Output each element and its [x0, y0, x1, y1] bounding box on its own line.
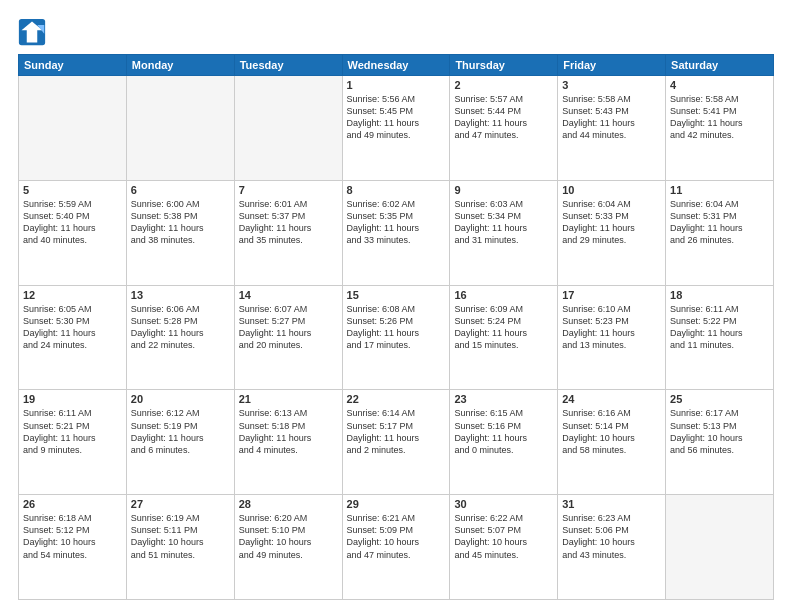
- calendar-cell: 20Sunrise: 6:12 AM Sunset: 5:19 PM Dayli…: [126, 390, 234, 495]
- day-info: Sunrise: 6:19 AM Sunset: 5:11 PM Dayligh…: [131, 512, 230, 561]
- day-info: Sunrise: 6:04 AM Sunset: 5:31 PM Dayligh…: [670, 198, 769, 247]
- day-info: Sunrise: 6:23 AM Sunset: 5:06 PM Dayligh…: [562, 512, 661, 561]
- calendar-cell: 5Sunrise: 5:59 AM Sunset: 5:40 PM Daylig…: [19, 180, 127, 285]
- col-header-thursday: Thursday: [450, 55, 558, 76]
- calendar-cell: 16Sunrise: 6:09 AM Sunset: 5:24 PM Dayli…: [450, 285, 558, 390]
- day-number: 21: [239, 393, 338, 405]
- calendar-cell: 19Sunrise: 6:11 AM Sunset: 5:21 PM Dayli…: [19, 390, 127, 495]
- day-number: 17: [562, 289, 661, 301]
- week-row-2: 5Sunrise: 5:59 AM Sunset: 5:40 PM Daylig…: [19, 180, 774, 285]
- day-number: 2: [454, 79, 553, 91]
- calendar-cell: [234, 76, 342, 181]
- week-row-3: 12Sunrise: 6:05 AM Sunset: 5:30 PM Dayli…: [19, 285, 774, 390]
- day-number: 28: [239, 498, 338, 510]
- day-number: 22: [347, 393, 446, 405]
- col-header-wednesday: Wednesday: [342, 55, 450, 76]
- calendar-cell: 17Sunrise: 6:10 AM Sunset: 5:23 PM Dayli…: [558, 285, 666, 390]
- calendar-cell: 14Sunrise: 6:07 AM Sunset: 5:27 PM Dayli…: [234, 285, 342, 390]
- calendar-cell: 13Sunrise: 6:06 AM Sunset: 5:28 PM Dayli…: [126, 285, 234, 390]
- calendar-header-row: SundayMondayTuesdayWednesdayThursdayFrid…: [19, 55, 774, 76]
- col-header-tuesday: Tuesday: [234, 55, 342, 76]
- day-info: Sunrise: 6:06 AM Sunset: 5:28 PM Dayligh…: [131, 303, 230, 352]
- calendar-cell: 7Sunrise: 6:01 AM Sunset: 5:37 PM Daylig…: [234, 180, 342, 285]
- day-info: Sunrise: 6:10 AM Sunset: 5:23 PM Dayligh…: [562, 303, 661, 352]
- calendar-cell: 26Sunrise: 6:18 AM Sunset: 5:12 PM Dayli…: [19, 495, 127, 600]
- day-number: 9: [454, 184, 553, 196]
- day-info: Sunrise: 6:07 AM Sunset: 5:27 PM Dayligh…: [239, 303, 338, 352]
- day-number: 15: [347, 289, 446, 301]
- day-info: Sunrise: 6:01 AM Sunset: 5:37 PM Dayligh…: [239, 198, 338, 247]
- header: [18, 18, 774, 46]
- day-info: Sunrise: 6:12 AM Sunset: 5:19 PM Dayligh…: [131, 407, 230, 456]
- day-info: Sunrise: 5:58 AM Sunset: 5:41 PM Dayligh…: [670, 93, 769, 142]
- calendar-cell: 24Sunrise: 6:16 AM Sunset: 5:14 PM Dayli…: [558, 390, 666, 495]
- day-info: Sunrise: 6:00 AM Sunset: 5:38 PM Dayligh…: [131, 198, 230, 247]
- calendar-cell: 31Sunrise: 6:23 AM Sunset: 5:06 PM Dayli…: [558, 495, 666, 600]
- day-info: Sunrise: 6:21 AM Sunset: 5:09 PM Dayligh…: [347, 512, 446, 561]
- calendar-cell: 30Sunrise: 6:22 AM Sunset: 5:07 PM Dayli…: [450, 495, 558, 600]
- day-info: Sunrise: 6:18 AM Sunset: 5:12 PM Dayligh…: [23, 512, 122, 561]
- day-number: 31: [562, 498, 661, 510]
- day-number: 19: [23, 393, 122, 405]
- col-header-monday: Monday: [126, 55, 234, 76]
- day-number: 11: [670, 184, 769, 196]
- day-info: Sunrise: 6:17 AM Sunset: 5:13 PM Dayligh…: [670, 407, 769, 456]
- day-number: 18: [670, 289, 769, 301]
- day-info: Sunrise: 6:13 AM Sunset: 5:18 PM Dayligh…: [239, 407, 338, 456]
- day-number: 24: [562, 393, 661, 405]
- calendar-cell: 6Sunrise: 6:00 AM Sunset: 5:38 PM Daylig…: [126, 180, 234, 285]
- day-number: 6: [131, 184, 230, 196]
- day-number: 30: [454, 498, 553, 510]
- day-info: Sunrise: 5:58 AM Sunset: 5:43 PM Dayligh…: [562, 93, 661, 142]
- day-info: Sunrise: 6:09 AM Sunset: 5:24 PM Dayligh…: [454, 303, 553, 352]
- day-info: Sunrise: 6:14 AM Sunset: 5:17 PM Dayligh…: [347, 407, 446, 456]
- calendar-cell: 29Sunrise: 6:21 AM Sunset: 5:09 PM Dayli…: [342, 495, 450, 600]
- col-header-friday: Friday: [558, 55, 666, 76]
- day-number: 1: [347, 79, 446, 91]
- day-info: Sunrise: 6:15 AM Sunset: 5:16 PM Dayligh…: [454, 407, 553, 456]
- page: SundayMondayTuesdayWednesdayThursdayFrid…: [0, 0, 792, 612]
- day-info: Sunrise: 5:57 AM Sunset: 5:44 PM Dayligh…: [454, 93, 553, 142]
- calendar-cell: [126, 76, 234, 181]
- calendar-cell: 23Sunrise: 6:15 AM Sunset: 5:16 PM Dayli…: [450, 390, 558, 495]
- day-number: 26: [23, 498, 122, 510]
- col-header-saturday: Saturday: [666, 55, 774, 76]
- calendar-cell: 1Sunrise: 5:56 AM Sunset: 5:45 PM Daylig…: [342, 76, 450, 181]
- day-info: Sunrise: 6:22 AM Sunset: 5:07 PM Dayligh…: [454, 512, 553, 561]
- day-info: Sunrise: 6:04 AM Sunset: 5:33 PM Dayligh…: [562, 198, 661, 247]
- calendar-cell: 25Sunrise: 6:17 AM Sunset: 5:13 PM Dayli…: [666, 390, 774, 495]
- day-number: 3: [562, 79, 661, 91]
- day-number: 13: [131, 289, 230, 301]
- day-number: 25: [670, 393, 769, 405]
- day-number: 16: [454, 289, 553, 301]
- day-info: Sunrise: 6:05 AM Sunset: 5:30 PM Dayligh…: [23, 303, 122, 352]
- day-info: Sunrise: 6:02 AM Sunset: 5:35 PM Dayligh…: [347, 198, 446, 247]
- calendar-cell: 9Sunrise: 6:03 AM Sunset: 5:34 PM Daylig…: [450, 180, 558, 285]
- calendar-cell: 2Sunrise: 5:57 AM Sunset: 5:44 PM Daylig…: [450, 76, 558, 181]
- day-number: 23: [454, 393, 553, 405]
- logo-icon: [18, 18, 46, 46]
- day-info: Sunrise: 5:59 AM Sunset: 5:40 PM Dayligh…: [23, 198, 122, 247]
- calendar-cell: [666, 495, 774, 600]
- calendar-cell: [19, 76, 127, 181]
- calendar-table: SundayMondayTuesdayWednesdayThursdayFrid…: [18, 54, 774, 600]
- calendar-cell: 11Sunrise: 6:04 AM Sunset: 5:31 PM Dayli…: [666, 180, 774, 285]
- day-info: Sunrise: 6:16 AM Sunset: 5:14 PM Dayligh…: [562, 407, 661, 456]
- day-number: 10: [562, 184, 661, 196]
- calendar-cell: 10Sunrise: 6:04 AM Sunset: 5:33 PM Dayli…: [558, 180, 666, 285]
- day-number: 5: [23, 184, 122, 196]
- calendar-cell: 8Sunrise: 6:02 AM Sunset: 5:35 PM Daylig…: [342, 180, 450, 285]
- day-info: Sunrise: 5:56 AM Sunset: 5:45 PM Dayligh…: [347, 93, 446, 142]
- week-row-5: 26Sunrise: 6:18 AM Sunset: 5:12 PM Dayli…: [19, 495, 774, 600]
- day-number: 29: [347, 498, 446, 510]
- calendar-cell: 18Sunrise: 6:11 AM Sunset: 5:22 PM Dayli…: [666, 285, 774, 390]
- calendar-cell: 21Sunrise: 6:13 AM Sunset: 5:18 PM Dayli…: [234, 390, 342, 495]
- logo: [18, 18, 50, 46]
- calendar-cell: 12Sunrise: 6:05 AM Sunset: 5:30 PM Dayli…: [19, 285, 127, 390]
- calendar-cell: 27Sunrise: 6:19 AM Sunset: 5:11 PM Dayli…: [126, 495, 234, 600]
- week-row-4: 19Sunrise: 6:11 AM Sunset: 5:21 PM Dayli…: [19, 390, 774, 495]
- day-number: 27: [131, 498, 230, 510]
- day-number: 12: [23, 289, 122, 301]
- week-row-1: 1Sunrise: 5:56 AM Sunset: 5:45 PM Daylig…: [19, 76, 774, 181]
- calendar-cell: 22Sunrise: 6:14 AM Sunset: 5:17 PM Dayli…: [342, 390, 450, 495]
